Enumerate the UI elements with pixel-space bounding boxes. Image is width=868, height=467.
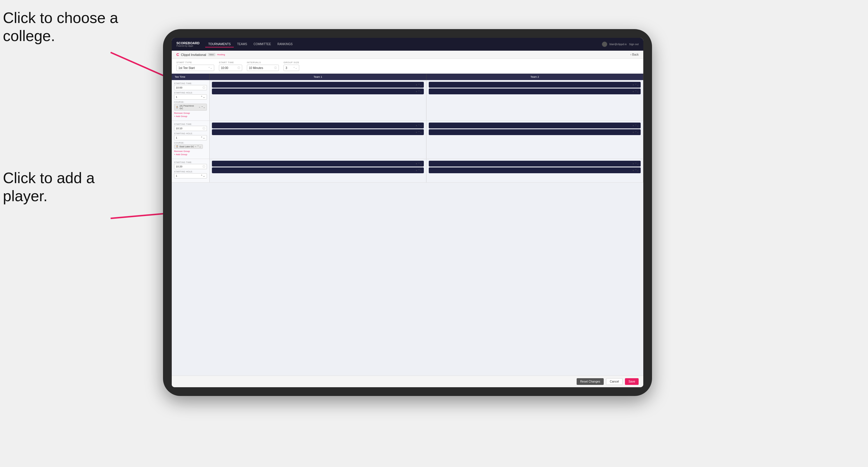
group1-course-row: 🏌 (A) Peachtree GC × ⌃⌄ — [174, 104, 207, 111]
group1-starting-hole-input[interactable]: 1 ⌃⌄ — [174, 94, 207, 100]
group3-team2-slot2[interactable]: ×⌃⌄ — [429, 167, 641, 173]
group1-course-remove[interactable]: × — [199, 106, 200, 108]
annotation-college: Click to choose a college. — [3, 9, 119, 45]
group1-left-panel: STARTING TIME: 10:00 ⓘ STARTING HOLE: 1 … — [172, 80, 210, 121]
group1-time-info-icon: ⓘ — [203, 86, 205, 90]
group-size-select[interactable]: 3 ⌃⌄ — [283, 65, 299, 71]
group2-team2-slot2[interactable]: ×⌃⌄ — [429, 129, 641, 135]
slot1-close-icon[interactable]: × — [416, 84, 417, 86]
hosting-badge: Hosting — [217, 53, 225, 56]
start-time-label: Start Time — [219, 61, 242, 64]
group1-add-link[interactable]: + Add Group — [174, 115, 207, 118]
start-type-select[interactable]: 1st Tee Start ⌃⌄ — [176, 65, 214, 71]
g2-t2-s1-close[interactable]: × — [632, 124, 634, 127]
g3-t2-s1-close[interactable]: × — [632, 162, 634, 165]
group-row-3: STARTING TIME: 10:20 ⓘ STARTING HOLE: 1 … — [172, 159, 643, 183]
footer: Reset Changes Cancel Save — [172, 376, 643, 387]
group3-hole-arrows-icon: ⌃⌄ — [200, 175, 205, 177]
start-time-input[interactable]: 10:00 ⓘ — [219, 65, 242, 71]
slot1-arrows-icon[interactable]: ⌃⌄ — [418, 84, 422, 86]
group-row: STARTING TIME: 10:00 ⓘ STARTING HOLE: 1 … — [172, 80, 643, 121]
t2-slot2-arrows-icon[interactable]: ⌃⌄ — [635, 90, 639, 93]
group-size-group: Group Size 3 ⌃⌄ — [283, 61, 299, 71]
tournament-title: C Clippd Invitational Men Hosting — [176, 53, 225, 57]
t2-slot1-close-icon[interactable]: × — [632, 84, 634, 86]
g2-t1-s2-arrows[interactable]: ⌃⌄ — [418, 131, 422, 134]
select-arrows-icon: ⌃⌄ — [208, 67, 212, 69]
t2-slot2-controls: × ⌃⌄ — [632, 90, 639, 93]
c-logo-icon: C — [176, 53, 179, 57]
g3-t2-s2-close[interactable]: × — [632, 169, 634, 172]
g3-t2-s2-arrows[interactable]: ⌃⌄ — [635, 169, 639, 172]
group2-starting-hole-label: STARTING HOLE: — [174, 132, 207, 134]
group3-team1-slot1[interactable]: ×⌃⌄ — [212, 161, 424, 166]
group2-add-link[interactable]: + Add Group — [174, 153, 207, 156]
t2-slot2-close-icon[interactable]: × — [632, 90, 634, 93]
g3-t1-s1-arrows[interactable]: ⌃⌄ — [418, 162, 422, 165]
slot2-controls: × ⌃⌄ — [416, 90, 422, 93]
group2-team1-slot2[interactable]: ×⌃⌄ — [212, 129, 424, 135]
nav-tab-committee[interactable]: COMMITTEE — [251, 41, 274, 48]
group3-team1-slot2[interactable]: ×⌃⌄ — [212, 167, 424, 173]
group1-starting-time-input[interactable]: 10:00 ⓘ — [174, 85, 207, 90]
g2-t1-s1-arrows[interactable]: ⌃⌄ — [418, 124, 422, 127]
g2-t2-s2-arrows[interactable]: ⌃⌄ — [635, 131, 639, 134]
group3-starting-hole-input[interactable]: 1 ⌃⌄ — [174, 173, 207, 179]
g2-t1-s2-close[interactable]: × — [416, 131, 417, 134]
back-button[interactable]: ‹ Back — [630, 53, 639, 56]
intervals-select[interactable]: 10 Minutes ⓘ — [247, 65, 279, 71]
intervals-group: Intervals 10 Minutes ⓘ — [247, 61, 279, 71]
course1-icon: 🏌 — [176, 106, 179, 108]
g2-t1-s1-close[interactable]: × — [416, 124, 417, 127]
navbar: SCOREBOARD Powered by clippd TOURNAMENTS… — [172, 38, 643, 51]
group3-team2-slot1[interactable]: ×⌃⌄ — [429, 161, 641, 166]
g2-t2-s2-close[interactable]: × — [632, 131, 634, 134]
group1-team2-slot2[interactable]: × ⌃⌄ — [429, 89, 641, 94]
slot2-arrows-icon[interactable]: ⌃⌄ — [418, 90, 422, 93]
group3-starting-time-input[interactable]: 10:20 ⓘ — [174, 164, 207, 169]
save-button[interactable]: Save — [625, 378, 639, 385]
col-tee-time: Tee Time — [172, 74, 210, 80]
g3-t1-s2-close[interactable]: × — [416, 169, 417, 172]
cancel-button[interactable]: Cancel — [606, 378, 623, 385]
group2-team1-slot1[interactable]: ×⌃⌄ — [212, 123, 424, 128]
form-row: Start Type 1st Tee Start ⌃⌄ Start Time 1… — [172, 59, 643, 74]
group1-team2-slot1[interactable]: × ⌃⌄ — [429, 82, 641, 88]
group1-team2-cell: × ⌃⌄ × ⌃⌄ — [427, 80, 643, 121]
nav-tab-teams[interactable]: TEAMS — [234, 41, 250, 48]
group2-course-tag[interactable]: 🏌 East Lake GC × ⌃⌄ — [174, 145, 203, 149]
nav-tab-rankings[interactable]: RANKINGS — [275, 41, 296, 48]
group1-remove-link[interactable]: Remove Group — [174, 112, 207, 115]
g3-t1-s2-arrows[interactable]: ⌃⌄ — [418, 169, 422, 172]
slot2-close-icon[interactable]: × — [416, 90, 417, 93]
group2-course-label: COURSE: — [174, 142, 207, 144]
group2-time-info-icon: ⓘ — [203, 127, 205, 130]
schedule-content: STARTING TIME: 10:00 ⓘ STARTING HOLE: 1 … — [172, 80, 643, 376]
nav-tab-tournaments[interactable]: TOURNAMENTS — [205, 41, 234, 48]
group2-course-remove[interactable]: × — [195, 145, 196, 148]
group2-action-links: Remove Group + Add Group — [174, 150, 207, 156]
group2-starting-time-input[interactable]: 10:10 ⓘ — [174, 126, 207, 131]
start-type-group: Start Type 1st Tee Start ⌃⌄ — [176, 61, 214, 71]
group2-team2-slot1[interactable]: ×⌃⌄ — [429, 123, 641, 128]
group2-hole-arrows-icon: ⌃⌄ — [200, 136, 205, 139]
group3-starting-hole-label: STARTING HOLE: — [174, 170, 207, 173]
intervals-label: Intervals — [247, 61, 279, 64]
group2-starting-time-label: STARTING TIME: — [174, 123, 207, 125]
group2-course-section: COURSE: 🏌 East Lake GC × ⌃⌄ — [174, 142, 207, 149]
col-team1: Team 1 — [210, 74, 427, 80]
group1-team1-slot1[interactable]: × ⌃⌄ — [212, 82, 424, 88]
reset-changes-button[interactable]: Reset Changes — [577, 378, 604, 385]
g3-t1-s1-close[interactable]: × — [416, 162, 417, 165]
g3-t2-s1-arrows[interactable]: ⌃⌄ — [635, 162, 639, 165]
group1-course-tag[interactable]: 🏌 (A) Peachtree GC × ⌃⌄ — [174, 104, 207, 111]
group2-course-row: 🏌 East Lake GC × ⌃⌄ — [174, 145, 207, 149]
group1-team1-slot2[interactable]: × ⌃⌄ — [212, 89, 424, 94]
group1-course-section: COURSE: 🏌 (A) Peachtree GC × ⌃⌄ — [174, 101, 207, 111]
t2-slot1-arrows-icon[interactable]: ⌃⌄ — [635, 84, 639, 86]
group2-team2-cell: ×⌃⌄ ×⌃⌄ — [427, 121, 643, 159]
sign-out-link[interactable]: Sign out — [629, 43, 639, 46]
group2-remove-link[interactable]: Remove Group — [174, 150, 207, 153]
group2-starting-hole-input[interactable]: 1 ⌃⌄ — [174, 135, 207, 140]
g2-t2-s1-arrows[interactable]: ⌃⌄ — [635, 124, 639, 127]
